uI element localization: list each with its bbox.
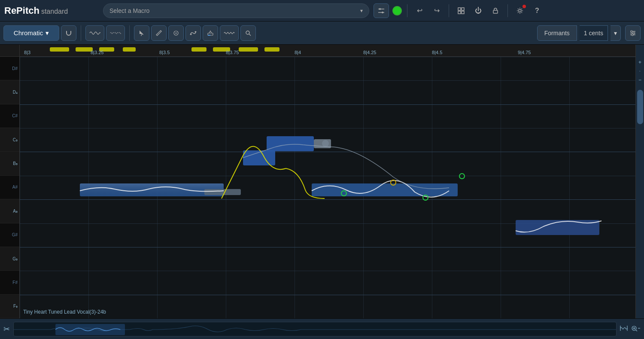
- bottom-bar: ✂: [0, 318, 644, 339]
- control-point-1: [341, 191, 346, 196]
- svg-point-14: [191, 34, 192, 35]
- pen-tool-button[interactable]: [168, 25, 184, 41]
- erase-icon: [207, 30, 214, 37]
- smooth-tool-button[interactable]: [185, 25, 201, 41]
- piano-key-c3: C₃: [0, 128, 19, 152]
- note-block-1: [80, 183, 224, 196]
- piano-key-dsharp: D#: [0, 57, 19, 80]
- waveform2-button[interactable]: [106, 25, 125, 41]
- grid-button[interactable]: [454, 4, 468, 18]
- timeline: 8|3 8|3.25 8|3.5 8|3.75 8|4 8|4.25 8|4.5…: [20, 45, 635, 57]
- smooth-icon: [190, 30, 197, 37]
- gear-icon: [516, 7, 524, 15]
- scissors-button[interactable]: ✂: [3, 324, 10, 334]
- svg-point-9: [519, 9, 521, 12]
- undo-button[interactable]: ↩: [413, 4, 426, 18]
- svg-point-25: [632, 34, 633, 36]
- waveform-view-button[interactable]: [85, 25, 104, 41]
- segment-bar-7: [239, 47, 258, 52]
- grid-canvas[interactable]: Tiny Heart Tuned Lead Vocal(3)-24b: [20, 57, 635, 318]
- chromatic-button[interactable]: Chromatic ▾: [3, 25, 59, 41]
- grid-line-h-11: [20, 295, 635, 295]
- grid-line-v-6: [363, 57, 364, 318]
- note-block-4: [267, 136, 314, 151]
- snap-button[interactable]: [61, 25, 76, 41]
- grid-line-v-3: [157, 57, 158, 318]
- pitch-svg: [20, 57, 635, 318]
- piano-timeline-space: [0, 45, 19, 57]
- grid-line-v-5: [295, 57, 295, 318]
- pen-icon: [173, 30, 179, 37]
- lock-button[interactable]: [489, 4, 502, 18]
- svg-rect-5: [462, 8, 464, 10]
- piano-key-f3: F₃: [0, 295, 19, 318]
- control-point-yellow: [391, 180, 396, 185]
- grid-line-h-7: [20, 199, 635, 200]
- right-scrollbar[interactable]: + · −: [635, 45, 644, 318]
- note-block-5: [312, 183, 458, 196]
- chromatic-label: Chromatic: [14, 29, 43, 37]
- cents-display: 1 cents: [580, 25, 608, 41]
- grid-line-v-8: [501, 57, 501, 318]
- note-handle: [314, 139, 331, 148]
- erase-tool-button[interactable]: [203, 25, 218, 41]
- grid-line-v-7: [432, 57, 432, 318]
- grid-area[interactable]: 8|3 8|3.25 8|3.5 8|3.75 8|4 8|4.25 8|4.5…: [20, 45, 635, 318]
- zoom-in-icon[interactable]: +: [638, 57, 642, 68]
- help-button[interactable]: ?: [530, 4, 544, 18]
- select-tool-button[interactable]: [134, 25, 149, 41]
- grid-line-h-4: [20, 128, 635, 128]
- marker-6: 8|4.25: [363, 50, 376, 55]
- grid-line-v-2: [88, 57, 89, 318]
- svg-point-18: [246, 31, 249, 34]
- svg-point-13: [176, 32, 177, 34]
- fit-icon: [620, 325, 628, 331]
- piano-key-csharp: C#: [0, 104, 19, 128]
- mixer-button[interactable]: [625, 25, 641, 41]
- settings-button[interactable]: [513, 4, 527, 18]
- zoom-control-icon: [631, 325, 641, 331]
- piano-keys: D# D₄ C# C₃ B₃ A# A₃ G# G₃ F# F₃: [0, 45, 20, 318]
- track-label: Tiny Heart Tuned Lead Vocal(3)-24b: [23, 309, 106, 315]
- macro-dropdown[interactable]: Select a Macro ▾: [103, 3, 369, 18]
- formants-button[interactable]: Formants: [537, 25, 577, 41]
- marker-2: 8|3.25: [91, 50, 103, 55]
- zoom-control-button[interactable]: [631, 325, 641, 333]
- waveform-group: [85, 25, 125, 41]
- scroll-thumb[interactable]: [637, 90, 643, 124]
- macro-select-wrap[interactable]: Select a Macro ▾: [103, 3, 369, 18]
- redo-button[interactable]: ↪: [430, 4, 444, 18]
- svg-line-19: [249, 34, 251, 36]
- segment-bar-4: [123, 47, 136, 52]
- piano-key-g3: G₃: [0, 247, 19, 271]
- waveform-icon: [89, 30, 100, 37]
- svg-point-24: [633, 32, 635, 34]
- toolbar: Chromatic ▾: [0, 21, 644, 45]
- pencil-tool-button[interactable]: [151, 25, 167, 41]
- separator-2: [449, 4, 449, 17]
- svg-point-27: [322, 140, 329, 147]
- vibrato-tool-button[interactable]: [220, 25, 239, 41]
- magnet-icon: [65, 30, 72, 37]
- search-icon: [245, 30, 252, 37]
- marker-4: 8|3.75: [226, 50, 239, 55]
- search-button[interactable]: [240, 25, 256, 41]
- toolbar-divider-1: [81, 25, 81, 41]
- lock-icon: [492, 7, 499, 14]
- cents-arrow-button[interactable]: ▾: [611, 25, 621, 41]
- sliders-icon: [377, 7, 385, 15]
- mixer-icon: [629, 30, 636, 37]
- waveform-fit-button[interactable]: [620, 325, 628, 333]
- waveform-strip[interactable]: [13, 322, 617, 336]
- top-bar: RePitch standard Select a Macro ▾ ↩ ↪: [0, 0, 644, 21]
- zoom-out-icon[interactable]: −: [638, 74, 642, 86]
- piano-key-asharp: A#: [0, 176, 19, 199]
- control-point-3: [459, 174, 465, 179]
- separator-3: [507, 4, 508, 17]
- macro-settings-button[interactable]: [374, 3, 389, 18]
- bottom-right-controls: [620, 325, 641, 333]
- macro-placeholder: Select a Macro: [109, 7, 360, 14]
- power-button[interactable]: ⏻: [471, 4, 485, 18]
- marker-7: 8|4.5: [432, 50, 442, 55]
- svg-rect-7: [462, 11, 464, 14]
